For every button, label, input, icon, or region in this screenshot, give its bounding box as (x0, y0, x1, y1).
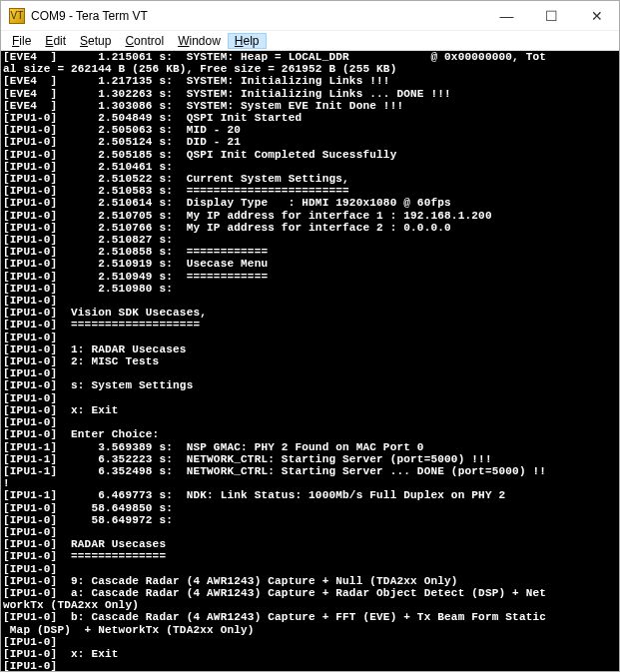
terminal-line: [IPU1-0] (3, 392, 617, 404)
terminal-line: [IPU1-0] 9: Cascade Radar (4 AWR1243) Ca… (3, 575, 617, 587)
terminal-line: [IPU1-0] 2.505063 s: MID - 20 (3, 124, 617, 136)
terminal-line: [IPU1-0] 2.510858 s: ============ (3, 246, 617, 258)
terminal-line: al size = 262144 B (256 KB), Free size =… (3, 63, 617, 75)
app-icon: VT (9, 8, 25, 24)
terminal-line: [IPU1-0] Vision SDK Usecases, (3, 307, 617, 319)
terminal-line: [IPU1-0] 2.510949 s: ============ (3, 271, 617, 283)
terminal-line: ! (3, 477, 617, 489)
terminal-line: [IPU1-1] 6.352223 s: NETWORK_CTRL: Start… (3, 453, 617, 465)
terminal-line: [EVE4 ] 1.217135 s: SYSTEM: Initializing… (3, 75, 617, 87)
menu-help[interactable]: Help (228, 33, 267, 49)
terminal-line: [IPU1-0] (3, 367, 617, 379)
terminal-line: [IPU1-0] b: Cascade Radar (4 AWR1243) Ca… (3, 611, 617, 623)
terminal-line: Map (DSP) + NetworkTx (TDA2xx Only) (3, 624, 617, 636)
terminal-line: [IPU1-0] a: Cascade Radar (4 AWR1243) Ca… (3, 587, 617, 599)
window-title: COM9 - Tera Term VT (31, 9, 484, 23)
minimize-button[interactable]: — (484, 1, 529, 31)
terminal-line: [IPU1-0] (3, 636, 617, 648)
close-button[interactable]: ✕ (574, 1, 619, 31)
terminal-line: [IPU1-0] (3, 332, 617, 343)
terminal-line: [IPU1-0] 58.649972 s: (3, 514, 617, 526)
terminal-line: [IPU1-0] x: Exit (3, 648, 617, 660)
menu-edit[interactable]: Edit (38, 33, 73, 49)
terminal-line: [IPU1-0] (3, 416, 617, 428)
title-bar[interactable]: VT COM9 - Tera Term VT — ☐ ✕ (1, 1, 619, 31)
terminal-line: [IPU1-0] RADAR Usecases (3, 538, 617, 550)
terminal-line: [EVE4 ] 1.302263 s: SYSTEM: Initializing… (3, 88, 617, 100)
terminal-line: [IPU1-0] 2.510919 s: Usecase Menu (3, 258, 617, 270)
terminal-line: [IPU1-0] ============== (3, 550, 617, 562)
terminal-line: [IPU1-1] 3.569389 s: NSP GMAC: PHY 2 Fou… (3, 441, 617, 453)
terminal-line: [IPU1-0] 2.505124 s: DID - 21 (3, 136, 617, 148)
terminal-line: [IPU1-0] 2.510705 s: My IP address for i… (3, 210, 617, 222)
menu-file[interactable]: File (5, 33, 38, 49)
terminal-line: [IPU1-0] (3, 660, 617, 671)
terminal-line: [IPU1-0] 2.510461 s: (3, 161, 617, 173)
terminal-line: [IPU1-0] (3, 295, 617, 307)
terminal-line: [IPU1-0] 2.505185 s: QSPI Init Completed… (3, 149, 617, 161)
terminal-line: [IPU1-0] 2.504849 s: QSPI Init Started (3, 112, 617, 124)
terminal-line: [IPU1-0] 58.649850 s: (3, 502, 617, 514)
terminal-line: [IPU1-0] 2: MISC Tests (3, 355, 617, 367)
menu-setup[interactable]: Setup (73, 33, 118, 49)
terminal-line: [EVE4 ] 1.303086 s: SYSTEM: System EVE I… (3, 100, 617, 112)
terminal-line: [IPU1-0] (3, 563, 617, 575)
terminal-line: [IPU1-0] 2.510980 s: (3, 283, 617, 295)
terminal-line: [IPU1-0] x: Exit (3, 404, 617, 416)
terminal-line: [IPU1-0] 1: RADAR Usecases (3, 343, 617, 355)
terminal-line: [IPU1-0] 2.510827 s: (3, 234, 617, 246)
terminal-line: [IPU1-0] 2.510583 s: ===================… (3, 185, 617, 197)
terminal-line: [EVE4 ] 1.215061 s: SYSTEM: Heap = LOCAL… (3, 51, 617, 63)
menu-bar: FileEditSetupControlWindowHelp (1, 31, 619, 51)
terminal-line: [IPU1-0] s: System Settings (3, 379, 617, 391)
terminal-line: [IPU1-0] =================== (3, 319, 617, 331)
terminal-line: [IPU1-0] Enter Choice: (3, 428, 617, 440)
terminal-line: [IPU1-0] 2.510522 s: Current System Sett… (3, 173, 617, 185)
terminal-line: [IPU1-0] 2.510766 s: My IP address for i… (3, 222, 617, 234)
terminal-line: workTx (TDA2xx Only) (3, 599, 617, 611)
maximize-button[interactable]: ☐ (529, 1, 574, 31)
menu-control[interactable]: Control (118, 33, 171, 49)
app-window: VT COM9 - Tera Term VT — ☐ ✕ FileEditSet… (0, 0, 620, 672)
terminal-output[interactable]: [EVE4 ] 1.215061 s: SYSTEM: Heap = LOCAL… (1, 51, 619, 671)
terminal-line: [IPU1-0] (3, 526, 617, 538)
menu-window[interactable]: Window (171, 33, 228, 49)
terminal-line: [IPU1-1] 6.352498 s: NETWORK_CTRL: Start… (3, 465, 617, 477)
terminal-line: [IPU1-1] 6.469773 s: NDK: Link Status: 1… (3, 489, 617, 501)
terminal-line: [IPU1-0] 2.510614 s: Display Type : HDMI… (3, 197, 617, 209)
